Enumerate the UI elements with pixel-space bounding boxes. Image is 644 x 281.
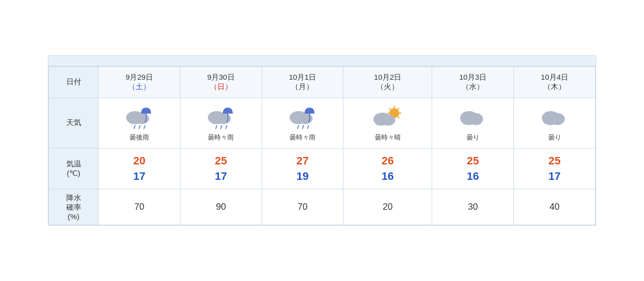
weather-cell-2: 曇時々雨 xyxy=(262,98,343,148)
weather-icon-2 xyxy=(264,104,341,130)
svg-line-18 xyxy=(298,126,299,129)
svg-point-9 xyxy=(210,115,220,124)
weather-icon-0 xyxy=(101,104,178,130)
weather-cell-0: 曇後雨 xyxy=(99,98,180,148)
temp-low-0: 17 xyxy=(101,169,178,184)
temp-cell-5: 25 17 xyxy=(514,148,596,189)
weather-icon-1 xyxy=(182,104,260,130)
date-cell-0: 9月29日（土） xyxy=(99,66,180,98)
weather-text-5: 曇り xyxy=(516,133,593,142)
precip-cell-2: 70 xyxy=(262,189,343,225)
temp-high-4: 25 xyxy=(434,153,511,169)
weather-cell-3: 曇時々晴 xyxy=(343,98,432,148)
svg-line-20 xyxy=(308,126,309,129)
precip-cell-5: 40 xyxy=(514,189,596,225)
precip-label: 降水確率(%) xyxy=(49,189,99,225)
weather-cell-4: 曇り xyxy=(432,98,514,148)
date-cell-5: 10月4日（木） xyxy=(514,66,596,98)
weather-icon-5 xyxy=(516,104,593,130)
svg-point-37 xyxy=(551,113,565,125)
precip-cell-1: 90 xyxy=(180,189,262,225)
svg-line-5 xyxy=(139,126,140,129)
temp-low-1: 17 xyxy=(182,169,260,184)
weather-label: 天気 xyxy=(49,98,99,148)
svg-point-38 xyxy=(543,116,553,125)
temp-label: 気温(℃) xyxy=(49,148,99,189)
weather-cell-1: 曇時々雨 xyxy=(180,98,262,148)
weather-text-3: 曇時々晴 xyxy=(345,133,430,142)
weather-text-2: 曇時々雨 xyxy=(264,133,341,142)
temp-low-3: 16 xyxy=(345,169,430,184)
weather-text-1: 曇時々雨 xyxy=(182,133,260,142)
svg-line-27 xyxy=(398,117,399,118)
svg-point-34 xyxy=(469,113,483,125)
precip-cell-0: 70 xyxy=(99,189,180,225)
precip-row: 降水確率(%)709070203040 xyxy=(49,189,596,225)
svg-point-35 xyxy=(461,116,471,125)
temp-high-2: 27 xyxy=(264,153,341,169)
weather-row: 天気 曇後雨 曇時々雨 xyxy=(49,98,596,148)
svg-line-19 xyxy=(303,126,304,129)
svg-line-12 xyxy=(221,126,222,129)
svg-point-32 xyxy=(374,117,384,126)
svg-line-13 xyxy=(226,126,227,129)
temp-cell-0: 20 17 xyxy=(99,148,180,189)
weather-text-4: 曇り xyxy=(434,133,511,142)
svg-point-2 xyxy=(128,115,138,124)
date-cell-1: 9月30日（日） xyxy=(180,66,262,98)
temp-low-4: 16 xyxy=(434,169,511,184)
temp-cell-2: 27 19 xyxy=(262,148,343,189)
temp-cell-4: 25 16 xyxy=(432,148,514,189)
svg-line-6 xyxy=(144,126,145,129)
temp-high-0: 20 xyxy=(101,153,178,169)
temp-cell-1: 25 17 xyxy=(180,148,262,189)
temp-low-5: 17 xyxy=(516,169,593,184)
svg-line-4 xyxy=(134,126,135,129)
precip-cell-4: 30 xyxy=(432,189,514,225)
date-label: 日付 xyxy=(49,66,99,98)
weather-widget: 日付 9月29日（土） 9月30日（日） 10月1日（月） 10月2日（火） 1… xyxy=(48,55,596,226)
precip-cell-3: 20 xyxy=(343,189,432,225)
temp-high-5: 25 xyxy=(516,153,593,169)
temp-low-2: 19 xyxy=(264,169,341,184)
svg-point-16 xyxy=(292,115,302,124)
svg-line-29 xyxy=(398,108,399,110)
svg-line-26 xyxy=(389,108,391,110)
date-row: 日付 9月29日（土） 9月30日（日） 10月1日（月） 10月2日（火） 1… xyxy=(49,66,596,98)
weather-icon-3 xyxy=(345,104,430,130)
temp-high-3: 26 xyxy=(345,153,430,169)
weather-cell-5: 曇り xyxy=(514,98,596,148)
date-cell-4: 10月3日（水） xyxy=(432,66,514,98)
date-cell-3: 10月2日（火） xyxy=(343,66,432,98)
date-cell-2: 10月1日（月） xyxy=(262,66,343,98)
weather-icon-4 xyxy=(434,104,511,130)
temp-high-1: 25 xyxy=(182,153,260,169)
weather-text-0: 曇後雨 xyxy=(101,133,178,142)
temp-cell-3: 26 16 xyxy=(343,148,432,189)
header xyxy=(48,56,596,66)
weather-table: 日付 9月29日（土） 9月30日（日） 10月1日（月） 10月2日（火） 1… xyxy=(48,66,596,226)
svg-line-11 xyxy=(216,126,217,129)
temp-row: 気温(℃) 20 17 25 17 27 19 26 16 25 16 25 1… xyxy=(49,148,596,189)
